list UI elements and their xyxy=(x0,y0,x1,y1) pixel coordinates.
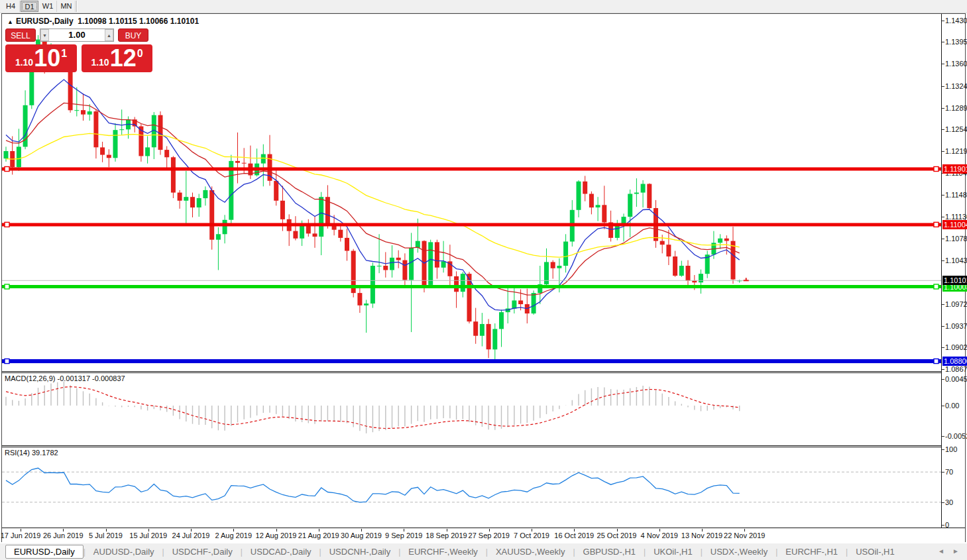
timeframe-button-d1[interactable]: D1 xyxy=(21,1,38,12)
price-tick-label: 30 xyxy=(945,498,953,506)
tab-gbpusd-h1[interactable]: GBPUSD-,H1 xyxy=(575,545,644,558)
volume-decrease-icon[interactable]: ▼ xyxy=(40,29,49,41)
axis-tick-mark xyxy=(942,502,944,503)
buy-price-pip-digit: 0 xyxy=(137,48,143,60)
tab-eurchf-weekly[interactable]: EURCHF-,Weekly xyxy=(400,545,486,558)
axis-tick-mark xyxy=(942,260,944,261)
price-tick-label: 1.14300 xyxy=(945,17,967,25)
axis-tick-mark xyxy=(942,151,944,152)
axis-tick-mark xyxy=(942,21,944,21)
tab-usoil-h1[interactable]: USOil-,H1 xyxy=(848,545,903,558)
chart-ohlc-values: 1.10098 1.10115 1.10066 1.10101 xyxy=(78,17,199,26)
axis-tick-mark xyxy=(942,304,944,305)
hline-price-label[interactable]: 1.11004 xyxy=(942,220,967,229)
toolbar-separator xyxy=(76,1,78,12)
date-label: 21 Aug 2019 xyxy=(298,532,339,539)
price-tick-label: 70 xyxy=(945,468,953,476)
buy-price-prefix: 1.10 xyxy=(91,57,109,68)
tab-ukoil-h1[interactable]: UKOil-,H1 xyxy=(646,545,701,558)
axis-tick-mark xyxy=(942,195,944,196)
collapse-chart-icon[interactable]: ▲ xyxy=(7,19,13,25)
current-price-label[interactable]: 1.10101 xyxy=(942,276,967,285)
date-label: 30 Aug 2019 xyxy=(341,532,382,539)
volume-input[interactable]: 1.00 xyxy=(49,29,105,41)
hline-price-label[interactable]: 1.08800 xyxy=(942,357,967,366)
price-tick-label: 1.12890 xyxy=(945,104,967,112)
axis-tick-mark xyxy=(942,449,944,450)
price-tick-label: 1.12540 xyxy=(945,125,967,133)
sell-price-prefix: 1.10 xyxy=(15,57,33,68)
rsi-indicator-pane[interactable]: RSI(14) 39.1782 xyxy=(2,447,941,528)
price-tick-label: 1.11480 xyxy=(945,191,967,199)
chart-tab-bar: EURUSD-,Daily|AUDUSD-,Daily|USDCHF-,Dail… xyxy=(0,543,967,560)
price-tick-label: 0.00 xyxy=(945,402,959,410)
date-label: 7 Oct 2019 xyxy=(514,532,549,539)
timeframe-button-w1[interactable]: W1 xyxy=(39,1,57,12)
date-label: 27 Sep 2019 xyxy=(469,532,510,539)
main-price-chart[interactable]: ▲EURUSD-,Daily 1.10098 1.10115 1.10066 1… xyxy=(2,14,941,371)
tab-eurchf-h1[interactable]: EURCHF-,H1 xyxy=(777,545,846,558)
one-click-trading-panel: SELL ▼ 1.00 ▲ BUY 1.10 10 1 1.10 12 0 xyxy=(5,28,152,82)
price-tick-label: 100 xyxy=(945,445,957,453)
tab-xauusd-weekly[interactable]: XAUUSD-,Weekly xyxy=(488,545,573,558)
macd-indicator-pane[interactable]: MACD(12,26,9) -0.001317 -0.000837 xyxy=(2,373,941,445)
price-tick-label: 1.13240 xyxy=(945,82,967,90)
price-tick-label: 1.10780 xyxy=(945,235,967,243)
price-tick-label: 1.12190 xyxy=(945,147,967,155)
axis-tick-mark xyxy=(942,525,944,526)
buy-price-big-digits: 12 xyxy=(110,46,137,71)
tab-usdcad-daily[interactable]: USDCAD-,Daily xyxy=(243,545,319,558)
axis-tick-mark xyxy=(942,347,944,348)
axis-tick-mark xyxy=(942,406,944,406)
tab-audusd-daily[interactable]: AUDUSD-,Daily xyxy=(85,545,162,558)
rsi-label: RSI(14) 39.1782 xyxy=(5,449,58,457)
buy-button[interactable]: BUY xyxy=(118,28,148,42)
buy-price-button[interactable]: 1.10 12 0 xyxy=(82,44,152,72)
axis-tick-mark xyxy=(942,64,944,64)
date-label: 5 Jul 2019 xyxy=(89,532,123,539)
macd-label: MACD(12,26,9) -0.001317 -0.000837 xyxy=(5,374,125,382)
price-tick-label: 1.09020 xyxy=(945,343,967,351)
date-label: 17 Jun 2019 xyxy=(1,532,41,539)
timeframe-button-mn[interactable]: MN xyxy=(58,1,76,12)
sell-price-pip-digit: 1 xyxy=(61,48,67,60)
date-label: 18 Sep 2019 xyxy=(426,532,467,539)
chart-window: ▲EURUSD-,Daily 1.10098 1.10115 1.10066 1… xyxy=(1,13,966,542)
date-label: 13 Nov 2019 xyxy=(681,532,722,539)
date-label: 15 Jul 2019 xyxy=(129,532,167,539)
axis-tick-mark xyxy=(942,108,944,109)
price-tick-label: 1.09720 xyxy=(945,300,967,308)
chart-symbol-period: EURUSD-,Daily xyxy=(16,17,74,26)
price-tick-label: 1.13600 xyxy=(945,60,967,68)
chart-title: ▲EURUSD-,Daily 1.10098 1.10115 1.10066 1… xyxy=(7,17,199,26)
tab-usdchf-daily[interactable]: USDCHF-,Daily xyxy=(164,545,241,558)
tab-scroll-right-icon[interactable]: ► xyxy=(952,547,959,555)
price-tick-label: 1.10430 xyxy=(945,256,967,264)
hline-price-label[interactable]: 1.11901 xyxy=(942,164,967,174)
date-label: 9 Sep 2019 xyxy=(385,532,422,539)
volume-stepper: ▼ 1.00 ▲ xyxy=(40,28,114,42)
tab-scroll-left-icon[interactable]: ◄ xyxy=(938,547,944,555)
axis-tick-mark xyxy=(942,42,944,42)
time-axis[interactable]: 17 Jun 201926 Jun 20195 Jul 201915 Jul 2… xyxy=(2,529,965,542)
price-tick-label: 1.13950 xyxy=(945,38,967,46)
sell-price-big-digits: 10 xyxy=(34,46,60,71)
timeframe-button-h4[interactable]: H4 xyxy=(2,1,20,12)
tab-usdcnh-daily[interactable]: USDCNH-,Daily xyxy=(321,545,398,558)
tab-usdx-weekly[interactable]: USDX-,Weekly xyxy=(703,545,775,558)
axis-tick-mark xyxy=(942,239,944,239)
trading-terminal-window: H4D1W1MN ▲EURUSD-,Daily 1.10098 1.10115 … xyxy=(0,0,967,560)
tab-eurusd-daily[interactable]: EURUSD-,Daily xyxy=(5,545,84,559)
axis-tick-mark xyxy=(942,326,944,327)
volume-increase-icon[interactable]: ▲ xyxy=(105,29,113,41)
sell-button[interactable]: SELL xyxy=(5,28,36,42)
price-tick-label: 0 xyxy=(945,521,949,529)
axis-tick-mark xyxy=(942,86,944,87)
price-tick-label: 0.004536 xyxy=(945,375,967,383)
price-axis[interactable]: 1.143001.139501.136001.132401.128901.125… xyxy=(941,14,965,528)
axis-tick-mark xyxy=(942,379,944,380)
sell-price-button[interactable]: 1.10 10 1 xyxy=(5,44,77,72)
price-tick-label: 1.09370 xyxy=(945,322,967,330)
date-label: 4 Nov 2019 xyxy=(641,532,678,539)
axis-tick-mark xyxy=(942,436,944,437)
